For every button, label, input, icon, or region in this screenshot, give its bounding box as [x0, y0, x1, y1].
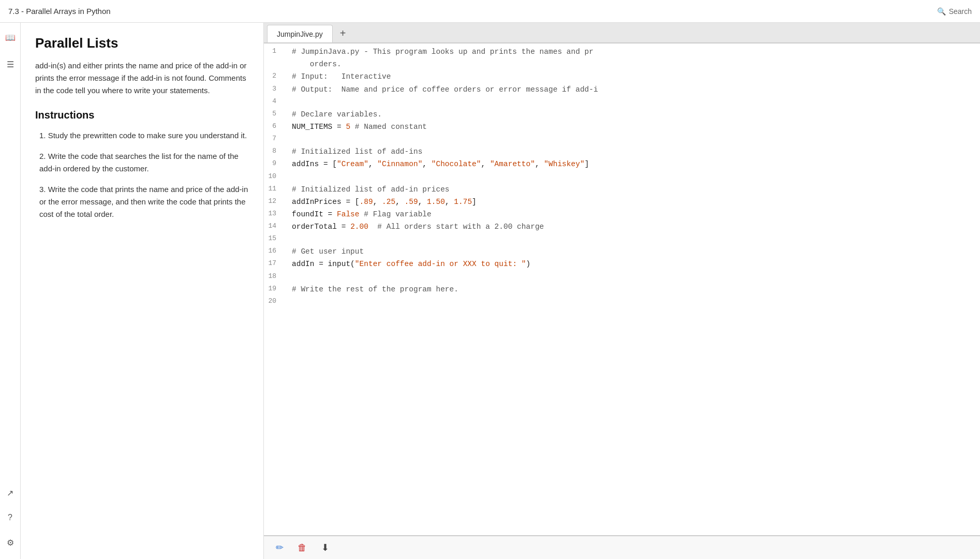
tab-jumpinjive[interactable]: JumpinJive.py	[267, 25, 333, 42]
search-icon: 🔍	[937, 7, 946, 16]
code-line-15: 15	[264, 233, 980, 245]
instructions-panel: Parallel Lists add-in(s) and either prin…	[21, 23, 264, 559]
panel-title: Parallel Lists	[35, 35, 249, 51]
main-content: 📖 ☰ ↗ ? ⚙ Parallel Lists add-in(s) and e…	[0, 23, 980, 559]
code-line-4: 4	[264, 96, 980, 108]
tab-bar: JumpinJive.py +	[264, 23, 980, 43]
editor-toolbar: ✏ 🗑 ⬇	[264, 535, 980, 559]
settings-icon[interactable]: ⚙	[2, 534, 19, 551]
code-line-10: 10	[264, 171, 980, 183]
instruction-item-3: 3. Write the code that prints the name a…	[35, 183, 249, 220]
tab-add-button[interactable]: +	[336, 26, 350, 40]
edit-button[interactable]: ✏	[272, 540, 287, 555]
code-line-11: 11 # Initialized list of add-in prices	[264, 183, 980, 196]
instructions-heading: Instructions	[35, 109, 249, 121]
code-line-18: 18	[264, 271, 980, 283]
instruction-item-2: 2. Write the code that searches the list…	[35, 150, 249, 175]
sidebar-item-book[interactable]: 📖	[2, 29, 19, 46]
code-line-6: 6 NUM_ITEMS = 5 # Named constant	[264, 121, 980, 133]
code-line-14: 14 orderTotal = 2.00 # All orders start …	[264, 220, 980, 233]
delete-button[interactable]: 🗑	[295, 540, 309, 555]
instruction-item-1: 1. Study the prewritten code to make sur…	[35, 129, 249, 142]
left-sidebar: 📖 ☰ ↗ ? ⚙	[0, 23, 21, 559]
page-title: 7.3 - Parallel Arrays in Python	[8, 7, 111, 16]
search-label: Search	[949, 7, 972, 16]
sidebar-item-list[interactable]: ☰	[2, 56, 19, 72]
code-line-1: 1 # JumpinJava.py - This program looks u…	[264, 46, 980, 58]
code-line-16: 16 # Get user input	[264, 245, 980, 258]
code-line-7: 7	[264, 133, 980, 145]
code-line-19: 19 # Write the rest of the program here.	[264, 283, 980, 296]
code-line-3: 3 # Output: Name and price of coffee ord…	[264, 83, 980, 96]
code-line-8: 8 # Initialized list of add-ins	[264, 145, 980, 158]
download-button[interactable]: ⬇	[318, 540, 332, 555]
code-line-2: 2 # Input: Interactive	[264, 70, 980, 83]
share-icon[interactable]: ↗	[2, 484, 19, 501]
code-line-20: 20	[264, 296, 980, 308]
editor-area: JumpinJive.py + 1 # JumpinJava.py - This…	[264, 23, 980, 559]
code-line-13: 13 foundIt = False # Flag variable	[264, 208, 980, 220]
panel-description: add-in(s) and either prints the name and…	[35, 60, 249, 97]
code-line-1b: orders.	[264, 58, 980, 70]
code-line-17: 17 addIn = input("Enter coffee add-in or…	[264, 258, 980, 270]
code-line-5: 5 # Declare variables.	[264, 108, 980, 121]
code-line-12: 12 addInPrices = [.89, .25, .59, 1.50, 1…	[264, 196, 980, 208]
code-editor[interactable]: 1 # JumpinJava.py - This program looks u…	[264, 43, 980, 535]
code-line-9: 9 addIns = ["Cream", "Cinnamon", "Chocol…	[264, 158, 980, 170]
help-icon[interactable]: ?	[2, 509, 19, 526]
search-area[interactable]: 🔍 Search	[937, 7, 972, 16]
top-bar: 7.3 - Parallel Arrays in Python 🔍 Search	[0, 0, 980, 23]
tab-label: JumpinJive.py	[277, 30, 323, 38]
